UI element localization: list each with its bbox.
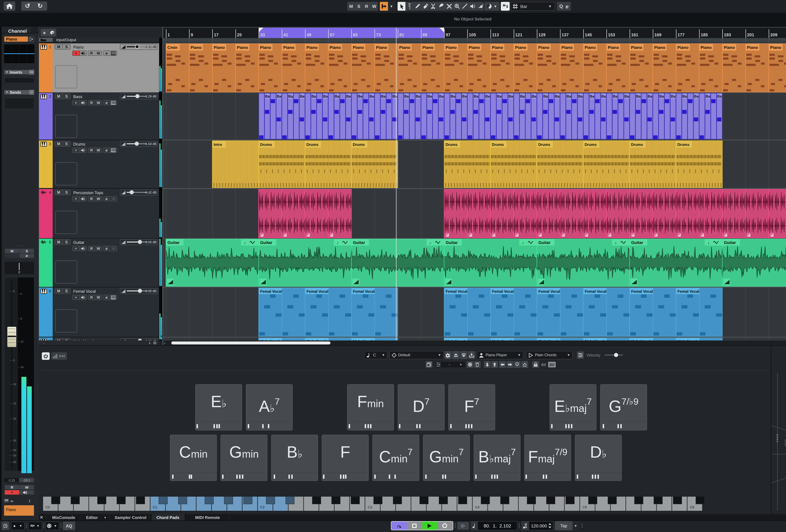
svg-text:C3: C3 xyxy=(368,505,372,509)
svg-text:C2: C2 xyxy=(260,505,264,509)
svg-text:C0: C0 xyxy=(45,505,50,509)
svg-text:C4: C4 xyxy=(475,505,480,509)
svg-text:C1: C1 xyxy=(153,505,157,509)
svg-text:C5: C5 xyxy=(582,505,587,509)
svg-text:C6: C6 xyxy=(690,505,694,509)
